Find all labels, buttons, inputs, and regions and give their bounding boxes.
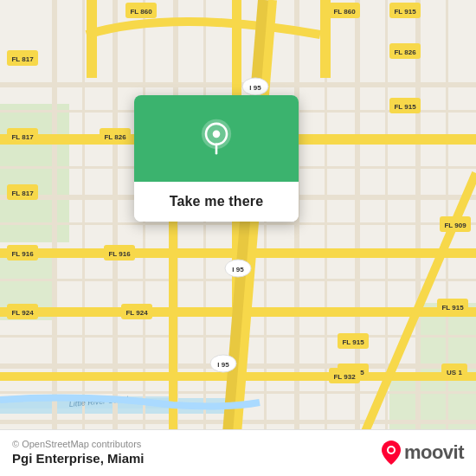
svg-text:FL 817: FL 817 [11,133,34,141]
svg-text:FL 915: FL 915 [394,103,416,111]
take-me-there-button[interactable]: Take me there [134,182,299,222]
svg-rect-3 [0,104,69,242]
moovit-pin-icon [382,441,401,465]
svg-text:I 95: I 95 [249,84,261,92]
svg-text:FL 909: FL 909 [444,222,466,229]
svg-text:FL 817: FL 817 [11,190,34,197]
svg-text:US 1: US 1 [447,369,462,376]
place-name: Pgi Enterprise, Miami [12,451,145,466]
svg-text:FL 817: FL 817 [11,55,34,63]
svg-text:FL 924: FL 924 [11,309,34,317]
svg-point-89 [213,131,221,138]
popup-card: Take me there [134,95,299,222]
svg-text:FL 916: FL 916 [11,250,34,258]
popup-green-header [134,95,299,182]
svg-rect-24 [294,0,299,476]
svg-text:FL 860: FL 860 [130,8,152,16]
svg-text:FL 915: FL 915 [441,304,464,312]
svg-text:FL 932: FL 932 [333,373,356,381]
location-pin-icon [196,118,237,159]
svg-text:FL 916: FL 916 [108,250,131,258]
svg-text:FL 860: FL 860 [333,8,356,16]
svg-text:FL 826: FL 826 [394,48,416,56]
svg-point-91 [389,447,394,453]
svg-rect-32 [385,0,388,476]
svg-rect-20 [52,0,57,476]
svg-text:I 95: I 95 [217,361,229,369]
svg-text:FL 915: FL 915 [342,338,364,346]
moovit-logo: moovit [382,441,464,465]
svg-rect-25 [355,0,360,476]
map-attribution: © OpenStreetMap contributors [12,439,145,449]
svg-text:FL 924: FL 924 [125,309,148,317]
svg-rect-26 [415,0,421,476]
bottom-left: © OpenStreetMap contributors Pgi Enterpr… [12,439,145,466]
svg-text:I 95: I 95 [232,266,244,273]
svg-text:FL 915: FL 915 [394,8,416,16]
map-svg: FL 860 FL 860 FL 817 FL 817 FL 817 FL 82… [0,0,476,476]
svg-text:FL 826: FL 826 [104,133,126,141]
moovit-text: moovit [404,441,464,464]
bottom-bar: © OpenStreetMap contributors Pgi Enterpr… [0,429,476,476]
map-container: FL 860 FL 860 FL 817 FL 817 FL 817 FL 82… [0,0,476,476]
svg-rect-34 [87,0,97,78]
